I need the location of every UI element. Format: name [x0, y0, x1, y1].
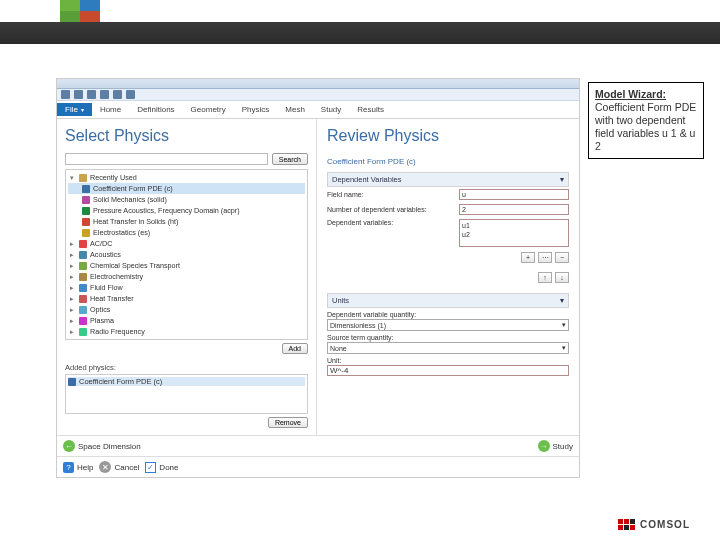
- qat-icon[interactable]: [74, 90, 83, 99]
- edit-var-button[interactable]: ⋯: [538, 252, 552, 263]
- src-term-label: Source term quantity:: [327, 334, 569, 341]
- ribbon-tab[interactable]: Mesh: [277, 103, 313, 116]
- ribbon-tabs: File Home Definitions Geometry Physics M…: [57, 101, 579, 119]
- tree-item[interactable]: Coefficient Form PDE (c): [68, 183, 305, 194]
- unit-value: W^-4: [327, 365, 569, 376]
- qat-icon[interactable]: [100, 90, 109, 99]
- ribbon-tab[interactable]: Home: [92, 103, 129, 116]
- wizard-footer: ←Space Dimension →Study: [57, 435, 579, 456]
- qat-icon[interactable]: [61, 90, 70, 99]
- tree-branch[interactable]: ▸Radio Frequency: [68, 326, 305, 337]
- tree-item[interactable]: Solid Mechanics (solid): [68, 194, 305, 205]
- quick-access-toolbar: [57, 89, 579, 101]
- field-name-label: Field name:: [327, 191, 364, 198]
- unit-label: Unit:: [327, 357, 569, 364]
- qat-icon[interactable]: [87, 90, 96, 99]
- remove-button[interactable]: Remove: [268, 417, 308, 428]
- ribbon-tab[interactable]: Results: [349, 103, 392, 116]
- ribbon-tab[interactable]: Definitions: [129, 103, 182, 116]
- file-tab[interactable]: File: [57, 103, 92, 116]
- brand-text: COMSOL: [640, 519, 690, 530]
- tree-item[interactable]: Electrostatics (es): [68, 227, 305, 238]
- remove-var-button[interactable]: −: [555, 252, 569, 263]
- physics-tree[interactable]: ▾Recently Used Coefficient Form PDE (c) …: [65, 169, 308, 340]
- tree-recent-label: Recently Used: [90, 172, 137, 183]
- annotation-body: Coefficient Form PDE with two dependent …: [595, 101, 696, 152]
- qat-icon[interactable]: [113, 90, 122, 99]
- tree-branch[interactable]: ▸Electrochemistry: [68, 271, 305, 282]
- tree-branch[interactable]: ▸Heat Transfer: [68, 293, 305, 304]
- tree-branch[interactable]: ▸Chemical Species Transport: [68, 260, 305, 271]
- help-button[interactable]: ?Help: [63, 462, 93, 473]
- annotation-title: Model Wizard:: [595, 88, 666, 100]
- search-button[interactable]: Search: [272, 153, 308, 165]
- done-button[interactable]: ✓Done: [145, 462, 178, 473]
- tree-item[interactable]: Heat Transfer in Solids (ht): [68, 216, 305, 227]
- depvar-list[interactable]: u1 u2: [459, 219, 569, 247]
- cancel-button[interactable]: ✕Cancel: [99, 461, 139, 473]
- physics-search-input[interactable]: [65, 153, 268, 165]
- numvar-label: Number of dependent variables:: [327, 206, 427, 213]
- tree-branch[interactable]: ▸Fluid Flow: [68, 282, 305, 293]
- tree-branch[interactable]: ▸Structural Mechanics: [68, 337, 305, 340]
- added-physics-list[interactable]: Coefficient Form PDE (c): [65, 374, 308, 414]
- ribbon-tab[interactable]: Study: [313, 103, 349, 116]
- tree-item[interactable]: Pressure Acoustics, Frequency Domain (ac…: [68, 205, 305, 216]
- added-physics-label: Added physics:: [65, 363, 308, 372]
- dependent-vars-header[interactable]: Dependent Variables▾: [327, 172, 569, 187]
- depvar-label: Dependent variables:: [327, 219, 393, 226]
- tree-branch[interactable]: ▸Plasma: [68, 315, 305, 326]
- units-header[interactable]: Units▾: [327, 293, 569, 308]
- slide-deco: [60, 0, 100, 22]
- forward-button[interactable]: →Study: [538, 440, 573, 452]
- select-physics-title: Select Physics: [65, 127, 308, 145]
- tree-branch[interactable]: ▸Acoustics: [68, 249, 305, 260]
- move-up-button[interactable]: ↑: [538, 272, 552, 283]
- numvar-input[interactable]: [459, 204, 569, 215]
- add-var-button[interactable]: +: [521, 252, 535, 263]
- ribbon-tab[interactable]: Geometry: [183, 103, 234, 116]
- app-window: File Home Definitions Geometry Physics M…: [56, 78, 580, 478]
- qat-icon[interactable]: [126, 90, 135, 99]
- annotation-callout: Model Wizard: Coefficient Form PDE with …: [588, 82, 704, 159]
- window-titlebar: [57, 79, 579, 89]
- tree-branch[interactable]: ▸Optics: [68, 304, 305, 315]
- brand-logo: COMSOL: [618, 519, 690, 530]
- src-term-dropdown[interactable]: None▾: [327, 342, 569, 354]
- tree-branch[interactable]: ▸AC/DC: [68, 238, 305, 249]
- back-button[interactable]: ←Space Dimension: [63, 440, 141, 452]
- physics-subtitle: Coefficient Form PDE (c): [327, 157, 569, 166]
- move-down-button[interactable]: ↓: [555, 272, 569, 283]
- add-button[interactable]: Add: [282, 343, 308, 354]
- field-name-input[interactable]: [459, 189, 569, 200]
- dep-qty-dropdown[interactable]: Dimensionless (1)▾: [327, 319, 569, 331]
- review-physics-title: Review Physics: [327, 127, 569, 145]
- ribbon-tab[interactable]: Physics: [234, 103, 278, 116]
- slide-topbar: [0, 22, 720, 44]
- dep-qty-label: Dependent variable quantity:: [327, 311, 569, 318]
